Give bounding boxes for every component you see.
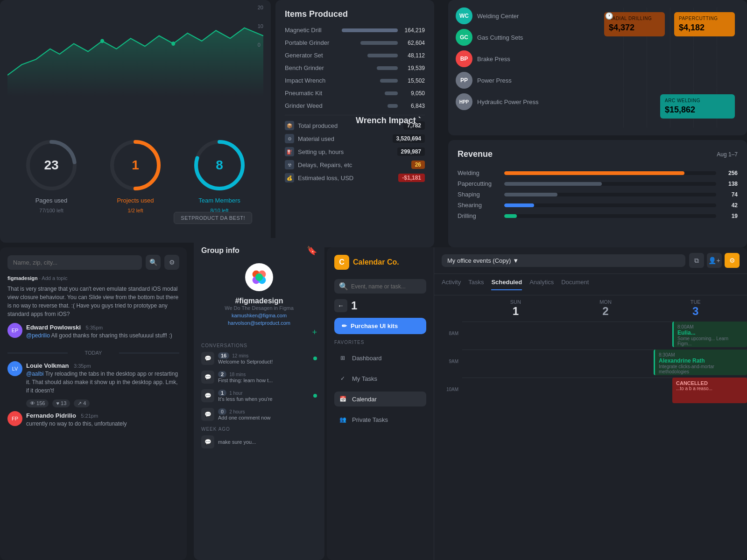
conv-info-week: make sure you...	[218, 439, 317, 445]
summary-val-2: 299,987	[397, 147, 425, 156]
conv-week[interactable]: 💬 make sure you...	[201, 435, 317, 448]
card-arc-title: ARC WELDING	[665, 98, 730, 103]
item-val-0: 164,219	[402, 27, 425, 34]
item-val-5: 9,050	[402, 90, 425, 97]
conversations-label: CONVERSATIONS	[201, 343, 317, 348]
tab-analytics[interactable]: Analytics	[529, 279, 554, 290]
conv-text-0: Welcome to Setproduct!	[218, 359, 310, 364]
circle-projects-ring: 1	[107, 137, 163, 193]
item-val-3: 19,539	[402, 65, 425, 71]
summary-val-4: -$1,181	[398, 174, 425, 182]
machine-gantt: PAPERCUTTING $4,182 RADIAL DRILLING $4,3…	[600, 7, 740, 128]
conv-dot-2	[313, 394, 317, 398]
machine-name-pp: Power Press	[477, 77, 512, 84]
gear-icon[interactable]: ⚙	[164, 255, 179, 270]
conv-1[interactable]: 💬 2 18 mins First thing: learn how t...	[201, 371, 317, 384]
sender-louie: Louie Volkman	[26, 362, 69, 369]
rev-drilling: Drilling 19	[458, 212, 738, 219]
tab-document[interactable]: Document	[561, 279, 589, 290]
event-cancelled-title: CANCELLED	[676, 380, 743, 386]
machine-name-hpp: Hydraulic Power Press	[477, 98, 539, 105]
circle-projects-sublabel: 1/2 left	[127, 208, 143, 213]
reaction-heart[interactable]: ♥ 13	[52, 399, 70, 407]
conv-text-3: Add one comment now	[218, 415, 317, 420]
setproduct-button[interactable]: SETPRODUCT DA BEST!	[174, 212, 252, 224]
tab-scheduled[interactable]: Scheduled	[491, 279, 522, 290]
rev-num-0: 256	[721, 170, 738, 176]
conv-0[interactable]: 💬 16 12 mins Welcome to Setproduct!	[201, 352, 317, 365]
cal-nav-buttons: ← 1	[334, 299, 426, 312]
circle-pages: 23 Pages used 77/100 left	[23, 137, 79, 213]
chart-y-20: 20	[258, 5, 263, 10]
calendar-panel: C Calendar Co. 🔍 ← 1 ✏ Purchase UI kits …	[327, 247, 747, 560]
sender-fernando: Fernando Pidrilio	[26, 412, 76, 419]
chat-reactions[interactable]: 👁 156 ♥ 13 ↗ 4	[26, 399, 179, 407]
conv-2[interactable]: 💬 1 1 hour It's less fun when you're	[201, 389, 317, 402]
avatar-fernando: FP	[7, 411, 22, 426]
sidebar-item-calendar[interactable]: 📅 Calendar	[334, 392, 426, 406]
conv-count-0: 16	[218, 352, 229, 359]
day-num-tue: 3	[651, 305, 740, 318]
reaction-share[interactable]: ↗ 4	[74, 399, 90, 407]
cal-dropdown[interactable]: My office events (Copy) ▼	[442, 254, 685, 267]
loss-icon: 💰	[285, 173, 294, 182]
item-name-0: Magnetic Drill	[285, 27, 322, 34]
cal-search[interactable]: 🔍	[334, 279, 426, 294]
sidebar-calendar-label: Calendar	[352, 396, 377, 403]
cal-search-input[interactable]	[351, 283, 422, 290]
cal-body: 8AM 9AM 10AM 8:00AM Eulia... Some upcomi…	[434, 322, 747, 560]
time-fernando: 5:21pm	[81, 413, 98, 419]
copy-icon-btn[interactable]: ⧉	[689, 253, 704, 268]
add-member-button[interactable]: +	[201, 328, 317, 337]
reaction-eye[interactable]: 👁 156	[26, 399, 49, 407]
item-row-generator: Generator Set 48,112	[285, 52, 425, 59]
sidebar-item-tasks[interactable]: ✓ My Tasks	[334, 371, 426, 386]
machine-avatar-hpp: HPP	[456, 93, 472, 110]
chat-message-0: That is very strange that you can't even…	[7, 285, 179, 318]
conv-text-2: It's less fun when you're	[218, 396, 310, 402]
summary-delays: ☢ Delays, Repairs, etc 26	[285, 160, 425, 169]
conv-time-2: 1 hour	[229, 391, 242, 396]
sidebar-item-dashboard[interactable]: ⊞ Dashboard	[334, 350, 426, 365]
event-830am[interactable]: 8:30AM Alexandrine Rath Integrate clicks…	[654, 350, 747, 375]
bookmark-icon[interactable]: 🔖	[307, 245, 317, 256]
sidebar-tasks-label: My Tasks	[352, 375, 377, 382]
cal-prev-btn[interactable]: ←	[334, 299, 347, 312]
item-row-pneumatic: Pneumatic Kit 9,050	[285, 90, 425, 97]
tab-tasks[interactable]: Tasks	[468, 279, 484, 290]
item-name-6: Grinder Weed	[285, 102, 323, 109]
search-icon[interactable]: 🔍	[146, 255, 161, 270]
chat-search-input[interactable]	[7, 255, 142, 270]
chart-y-0: 0	[258, 42, 263, 48]
conv-count-1: 2	[218, 371, 226, 378]
conv-count-3: 0	[218, 408, 226, 415]
circle-team-value: 8	[216, 158, 223, 173]
event-cancelled[interactable]: CANCELLED ...to a b a reaso...	[672, 378, 747, 403]
chat-search-bar[interactable]: 🔍 ⚙	[7, 255, 179, 270]
cal-brand-icon: C	[334, 255, 349, 270]
day-header-sun: SUN	[472, 299, 560, 305]
summary-loss: 💰 Estimated loss, USD -$1,181	[285, 173, 425, 182]
card-radial-drilling: RADIAL DRILLING $4,372	[604, 12, 665, 36]
circle-team-ring: 8	[191, 137, 247, 193]
tab-activity[interactable]: Activity	[442, 279, 461, 290]
conv-3[interactable]: 💬 0 2 hours Add one comment now	[201, 408, 317, 421]
purchase-button[interactable]: ✏ Purchase UI kits	[334, 318, 426, 334]
item-row-bench: Bench Grinder 19,539	[285, 64, 425, 71]
msg-fernando: currently no way to do this, unfortunate…	[26, 420, 127, 428]
cal-time-col: 8AM 9AM 10AM	[434, 322, 462, 560]
machine-avatar-bp: BP	[456, 50, 472, 67]
event-8am[interactable]: 8:00AM Eulia... Some upcoming... Learn F…	[672, 322, 747, 347]
rev-label-1: Papercutting	[458, 180, 500, 187]
delays-icon: ☢	[285, 160, 294, 169]
settings-icon-btn[interactable]: ⚙	[725, 253, 740, 268]
card-radial-amount: $4,372	[609, 23, 660, 33]
sidebar-item-private[interactable]: 👥 Private Tasks	[334, 412, 426, 427]
chat-username: figmadesign · Add a topic	[7, 275, 179, 281]
circle-pages-value: 23	[44, 158, 58, 173]
group-desc: We Do The Desagen in Figma	[201, 305, 317, 311]
day-num-sun: 1	[472, 305, 560, 318]
add-user-icon-btn[interactable]: 👤+	[707, 253, 722, 268]
card-arc-welding: ARC WELDING $15,862	[660, 94, 735, 119]
week-label: Week ago	[201, 427, 317, 432]
